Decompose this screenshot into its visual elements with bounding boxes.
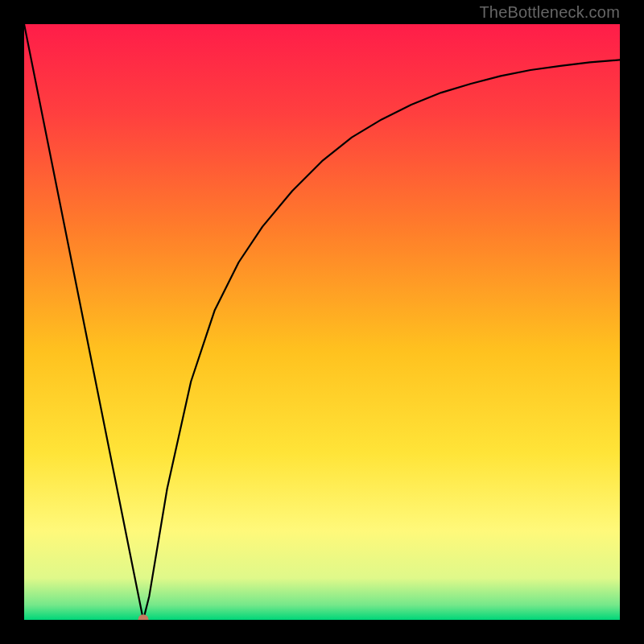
chart-container: TheBottleneck.com: [0, 0, 644, 644]
curve-layer: [24, 24, 620, 620]
bottleneck-curve-path: [24, 24, 620, 620]
watermark-text: TheBottleneck.com: [479, 3, 620, 22]
plot-area: [24, 24, 620, 620]
optimal-marker: [138, 614, 148, 620]
